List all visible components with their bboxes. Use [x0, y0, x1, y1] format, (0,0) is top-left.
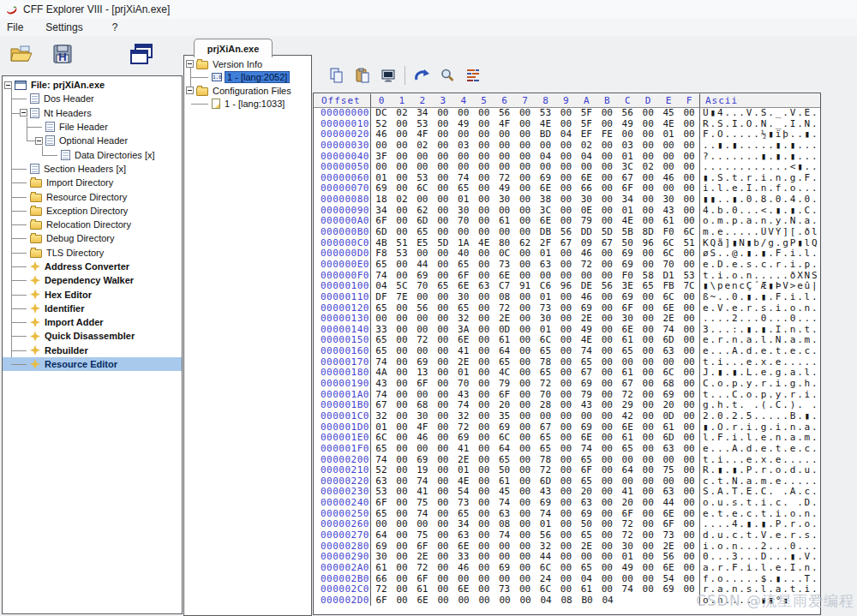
hex-byte[interactable]: 00	[596, 411, 617, 422]
hex-byte[interactable]: 08	[494, 292, 515, 303]
hex-byte[interactable]: 6C	[536, 584, 556, 595]
tree-item-configuration-files[interactable]: Configuration Files	[184, 84, 311, 98]
hex-ascii[interactable]: Ü▮4...V.S._.V.E.	[700, 108, 820, 119]
hex-byte[interactable]: 00	[392, 465, 412, 476]
hex-byte[interactable]: 00	[596, 444, 617, 455]
hex-ascii[interactable]: ▮▮..▮.0.8.0.4.0.	[700, 194, 820, 206]
tree-item-1-lang-1033[interactable]: 1 - [lang:1033]	[184, 98, 311, 111]
hex-ascii[interactable]: t.i...e.x.e.....	[700, 455, 820, 466]
tree-item-section-headers-x[interactable]: Section Headers [x]	[3, 162, 182, 176]
hex-ascii[interactable]: ▮.O.r.i.g.i.n.a.	[700, 422, 820, 434]
hex-ascii[interactable]: o.m.p.a.n.y.N.a.	[700, 216, 820, 227]
hex-byte[interactable]: 00	[515, 346, 536, 357]
hex-byte[interactable]: 72	[536, 379, 556, 390]
tree-item-dependency-walker[interactable]: Dependency Walker	[3, 273, 182, 287]
hex-byte[interactable]: 44	[536, 552, 556, 563]
hex-byte[interactable]: 75	[412, 498, 433, 509]
hex-byte[interactable]: 02	[412, 141, 433, 152]
byte-column-header[interactable]: 3	[433, 94, 453, 107]
hex-byte[interactable]: 79	[494, 379, 515, 390]
hex-byte[interactable]: 69	[536, 498, 556, 509]
hex-offset[interactable]: 000002D0	[314, 595, 371, 607]
hex-byte[interactable]: 20	[617, 498, 638, 509]
hex-ascii[interactable]: ▮\pencÇ´Æ▮ÞV>eû|	[700, 281, 820, 292]
hex-byte[interactable]: 6C	[536, 563, 556, 574]
hex-byte[interactable]: 00	[433, 444, 453, 455]
collapse-toggle-icon[interactable]	[20, 109, 27, 117]
hex-byte[interactable]: 30	[617, 314, 638, 325]
hex-byte[interactable]: FB	[658, 281, 679, 292]
hex-byte[interactable]: 75	[658, 465, 679, 476]
hex-ascii[interactable]: e.V.e.r.s.i.o.n.	[700, 303, 820, 314]
hex-ascii[interactable]: 3...:.▮.▮.I.n.t.	[700, 325, 820, 336]
hex-byte[interactable]: 41	[453, 444, 474, 455]
hex-byte[interactable]: 6E	[576, 433, 596, 444]
tree-item-data-directories-x[interactable]: Data Directories [x]	[3, 147, 182, 161]
hex-byte[interactable]: 00	[474, 498, 494, 509]
hex-byte[interactable]: 00	[638, 314, 658, 325]
hex-byte[interactable]: 65	[371, 346, 392, 357]
hex-byte[interactable]: DB	[536, 227, 556, 238]
hex-byte[interactable]: 73	[494, 260, 515, 271]
hex-byte[interactable]: 00	[596, 465, 617, 476]
hex-byte[interactable]: 00	[596, 552, 617, 563]
tree-item-quick-disassembler[interactable]: Quick Disassembler	[3, 329, 182, 343]
hex-byte[interactable]: 42	[617, 411, 638, 422]
hex-offset[interactable]: 000000B0	[314, 227, 371, 238]
hex-byte[interactable]: 61	[576, 584, 596, 595]
hex-byte[interactable]: 00	[658, 141, 679, 152]
hex-byte[interactable]: 44	[658, 498, 679, 509]
hex-ascii[interactable]: J.▮.▮.L.e.g.a.l.	[700, 368, 820, 379]
hex-byte[interactable]: 43	[371, 379, 392, 390]
hex-byte[interactable]: 00	[474, 584, 494, 595]
copy-icon[interactable]	[324, 64, 350, 87]
tree-item-debug-directory[interactable]: Debug Directory	[3, 231, 182, 245]
hex-byte[interactable]: 00	[392, 552, 412, 563]
hex-byte[interactable]: 00	[474, 552, 494, 563]
hex-ascii[interactable]: ?.......▮.▮.▮...	[700, 152, 820, 163]
hex-byte[interactable]: 00	[412, 162, 433, 173]
menu-file[interactable]: File	[2, 20, 33, 35]
hex-ascii[interactable]: S.A.T.E.C. .A.c.	[700, 487, 820, 498]
hex-byte[interactable]: 00	[474, 379, 494, 390]
hex-ascii[interactable]: KQå]▮N▮b/g.gP▮lQ	[700, 238, 820, 249]
hex-byte[interactable]: 00	[474, 108, 494, 119]
hex-byte[interactable]: 00	[536, 162, 556, 173]
hex-ascii[interactable]: t...C.o.p.y.r.i.	[700, 390, 820, 401]
hex-ascii[interactable]: R.▮.▮.P.r.o.d.u.	[700, 465, 820, 476]
hex-byte[interactable]: 46	[576, 292, 596, 303]
hex-byte[interactable]: 30	[412, 411, 433, 422]
hex-ascii[interactable]: f.o.....$.▮...T.	[700, 574, 820, 585]
hex-byte[interactable]: 32	[453, 314, 474, 325]
hex-offset[interactable]: 000000E0	[314, 260, 371, 271]
hex-offset[interactable]: 000002A0	[314, 563, 371, 574]
hex-byte[interactable]: 00	[474, 227, 494, 238]
hex-byte[interactable]: 65	[536, 444, 556, 455]
menu-settings[interactable]: Settings	[40, 20, 93, 35]
hex-byte[interactable]: 00	[596, 346, 617, 357]
hex-byte[interactable]: 00	[433, 108, 453, 119]
hex-ascii[interactable]: a.r.F.i.l.e.I.n.	[700, 563, 820, 574]
hex-byte[interactable]: 00	[433, 595, 453, 607]
hex-byte[interactable]: 00	[494, 141, 515, 152]
hex-byte[interactable]: 00	[392, 411, 412, 422]
hex-byte[interactable]: 00	[433, 433, 453, 444]
hex-byte[interactable]: 3E	[617, 281, 638, 292]
hex-byte[interactable]: 00	[392, 314, 412, 325]
hex-ascii[interactable]: ............<▮..	[700, 162, 820, 173]
tree-item-optional-header[interactable]: Optional Header	[3, 134, 182, 147]
hex-byte[interactable]: 7E	[392, 292, 412, 303]
byte-column-header[interactable]: 0	[371, 94, 392, 107]
hex-byte[interactable]: 00	[515, 108, 536, 119]
hex-byte[interactable]: 00	[474, 314, 494, 325]
hex-byte[interactable]: 00	[494, 227, 515, 238]
hex-byte[interactable]: 00	[555, 108, 576, 119]
hex-byte[interactable]: 00	[392, 530, 412, 541]
hex-byte[interactable]: 7C	[679, 281, 699, 292]
hex-ascii[interactable]: 0...3...D...▮.V.	[700, 552, 820, 563]
hex-offset[interactable]: 000001F0	[314, 444, 371, 455]
hex-byte[interactable]: 00	[555, 433, 576, 444]
hex-byte[interactable]: 02	[638, 162, 658, 173]
hex-byte[interactable]: 8D	[638, 227, 658, 238]
tree-item-file-header[interactable]: File Header	[3, 120, 182, 134]
